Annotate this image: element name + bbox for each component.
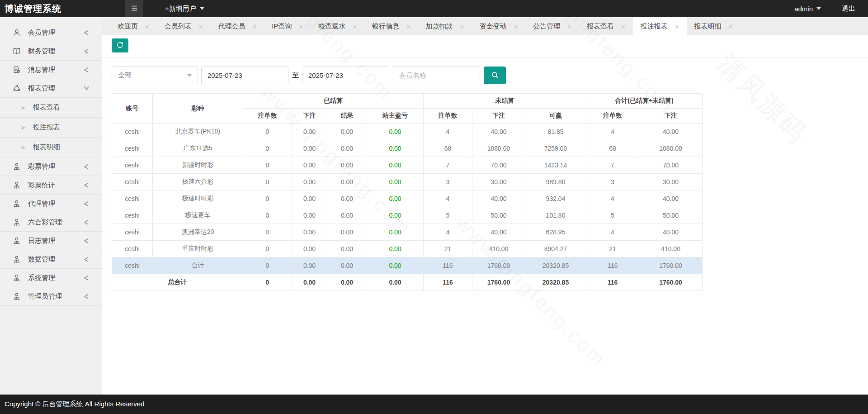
sidebar-item-9[interactable]: 数据管理< bbox=[0, 250, 102, 269]
sidebar-item-0[interactable]: 会员管理< bbox=[0, 24, 102, 42]
column-header: 站主盈亏 bbox=[367, 109, 424, 124]
sidebar-item-11[interactable]: 管理员管理< bbox=[0, 287, 102, 306]
tab-2[interactable]: 代理会员× bbox=[211, 17, 264, 35]
tab-label: 银行信息 bbox=[372, 22, 399, 31]
sidebar-item-8[interactable]: 日志管理< bbox=[0, 232, 102, 250]
content-area: 欢迎页×会员列表×代理会员×IP查询×核查返水×银行信息×加款扣款×资金变动×公… bbox=[102, 17, 868, 395]
column-group-header: 账号 bbox=[112, 94, 153, 124]
date-to-input[interactable] bbox=[302, 67, 389, 84]
search-button[interactable] bbox=[484, 67, 506, 84]
caret-down-icon bbox=[200, 7, 204, 10]
tab-6[interactable]: 加款扣款× bbox=[418, 17, 472, 35]
sidebar-item-label: 管理员管理 bbox=[28, 292, 62, 301]
close-icon[interactable]: × bbox=[406, 23, 410, 30]
chevron-left-icon: < bbox=[84, 235, 88, 246]
table-cell: 新疆时时彩 bbox=[153, 157, 243, 174]
table-cell: 70.00 bbox=[472, 157, 525, 174]
menu-toggle-button[interactable] bbox=[125, 0, 143, 17]
tab-8[interactable]: 公告管理× bbox=[525, 17, 579, 35]
close-icon[interactable]: × bbox=[567, 23, 571, 30]
table-cell: 0.00 bbox=[292, 207, 327, 224]
close-icon[interactable]: × bbox=[514, 23, 518, 30]
sidebar-subitem-3-1[interactable]: >投注报表 bbox=[0, 118, 102, 138]
table-cell: 0 bbox=[243, 174, 292, 190]
table-cell: 70.00 bbox=[639, 157, 703, 174]
sidebar-item-3[interactable]: 报表管理< bbox=[0, 79, 102, 98]
person-icon bbox=[12, 218, 21, 227]
tab-7[interactable]: 资金变动× bbox=[472, 17, 526, 35]
table-cell: 20320.85 bbox=[525, 274, 586, 291]
sidebar-item-6[interactable]: 代理管理< bbox=[0, 195, 102, 213]
table-cell: 0.00 bbox=[327, 140, 367, 157]
tab-11[interactable]: 报表明细× bbox=[687, 17, 741, 35]
tab-9[interactable]: 报表查看× bbox=[579, 17, 633, 35]
close-icon[interactable]: × bbox=[145, 23, 149, 30]
table-cell: 0 bbox=[243, 224, 292, 241]
table-cell: 116 bbox=[424, 274, 472, 291]
sidebar-item-4[interactable]: 彩票管理< bbox=[0, 157, 102, 176]
close-icon[interactable]: × bbox=[299, 23, 303, 30]
admin-user-menu[interactable]: admin bbox=[794, 5, 821, 13]
tab-4[interactable]: 核查返水× bbox=[311, 17, 364, 35]
sidebar-item-1[interactable]: 财务管理< bbox=[0, 42, 102, 61]
tab-label: 报表查看 bbox=[587, 22, 614, 31]
table-cell: 0.00 bbox=[292, 124, 327, 140]
close-icon[interactable]: × bbox=[199, 23, 203, 30]
table-row: ceshi澳洲幸运2000.000.000.00440.00628.95440.… bbox=[112, 224, 703, 241]
date-from-input[interactable] bbox=[201, 67, 288, 84]
sidebar-subitem-3-2[interactable]: >报表明细 bbox=[0, 138, 102, 157]
sidebar-subitem-3-0[interactable]: >报表查看 bbox=[0, 98, 102, 118]
table-cell: 0.00 bbox=[292, 257, 327, 274]
close-icon[interactable]: × bbox=[621, 23, 625, 30]
tab-label: 会员列表 bbox=[165, 22, 192, 31]
table-cell: 40.00 bbox=[639, 190, 703, 207]
tab-3[interactable]: IP查询× bbox=[264, 17, 311, 35]
report-table: 账号彩种已结算未结算合计(已结算+未结算)注单数下注结果站主盈亏注单数下注可赢注… bbox=[112, 93, 703, 291]
column-header: 结果 bbox=[327, 109, 367, 124]
person-icon bbox=[12, 273, 21, 282]
close-icon[interactable]: × bbox=[353, 23, 357, 30]
sidebar-item-2[interactable]: 消息管理< bbox=[0, 61, 102, 79]
table-cell: 81.85 bbox=[525, 124, 586, 140]
chevron-left-icon: < bbox=[84, 27, 88, 38]
table-row: ceshi新疆时时彩00.000.000.00770.001423.14770.… bbox=[112, 157, 703, 174]
message-icon bbox=[12, 65, 21, 74]
close-icon[interactable]: × bbox=[460, 23, 464, 30]
tab-5[interactable]: 银行信息× bbox=[364, 17, 418, 35]
sidebar-item-label: 消息管理 bbox=[28, 66, 55, 74]
sidebar-item-10[interactable]: 系统管理< bbox=[0, 269, 102, 287]
tab-label: 代理会员 bbox=[218, 22, 245, 31]
table-cell: 0 bbox=[243, 274, 292, 291]
close-icon[interactable]: × bbox=[253, 23, 257, 30]
chevron-left-icon: < bbox=[84, 198, 88, 209]
table-cell: 116 bbox=[586, 257, 639, 274]
sidebar-menu: 会员管理<财务管理<消息管理<报表管理<>报表查看>投注报表>报表明细彩票管理<… bbox=[0, 24, 102, 306]
sidebar-item-5[interactable]: 彩票统计< bbox=[0, 176, 102, 195]
refresh-button[interactable] bbox=[112, 38, 128, 52]
close-icon[interactable]: × bbox=[675, 23, 679, 30]
table-cell: 410.00 bbox=[472, 241, 525, 257]
table-cell: ceshi bbox=[112, 140, 153, 157]
table-cell: 1760.00 bbox=[472, 257, 525, 274]
tab-10[interactable]: 投注报表× bbox=[633, 17, 687, 35]
close-icon[interactable]: × bbox=[729, 23, 733, 30]
table-cell: 1760.00 bbox=[639, 274, 703, 291]
sidebar-item-7[interactable]: 六合彩管理< bbox=[0, 213, 102, 232]
tab-1[interactable]: 会员列表× bbox=[157, 17, 211, 35]
logout-button[interactable]: 退出 bbox=[842, 5, 855, 13]
report-table-container: 账号彩种已结算未结算合计(已结算+未结算)注单数下注结果站主盈亏注单数下注可赢注… bbox=[102, 84, 868, 291]
tab-0[interactable]: 欢迎页× bbox=[110, 17, 157, 35]
chevron-left-icon: < bbox=[84, 179, 88, 190]
sidebar-item-label: 彩票管理 bbox=[28, 162, 55, 171]
member-name-input[interactable] bbox=[393, 67, 480, 84]
add-user-button[interactable]: +新增用户 bbox=[165, 5, 204, 13]
table-cell: 0.00 bbox=[327, 224, 367, 241]
table-cell: 40.00 bbox=[472, 190, 525, 207]
table-row: ceshi广东11选500.000.000.00681080.007259.00… bbox=[112, 140, 703, 157]
table-cell: 8904.27 bbox=[525, 241, 586, 257]
table-cell: 0.00 bbox=[367, 207, 424, 224]
column-header: 下注 bbox=[292, 109, 327, 124]
lottery-type-select[interactable]: 全部 bbox=[112, 67, 198, 84]
column-header: 注单数 bbox=[243, 109, 292, 124]
table-cell: ceshi bbox=[112, 190, 153, 207]
